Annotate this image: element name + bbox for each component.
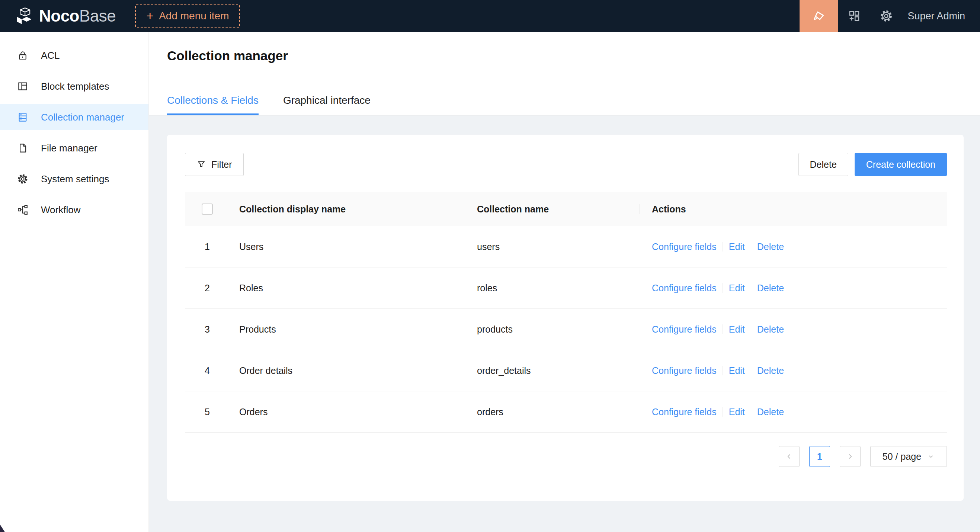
action-divider [722,407,723,417]
page-1-button[interactable]: 1 [809,446,830,467]
actions-cell: Configure fieldsEditDelete [640,241,947,252]
delete-link[interactable]: Delete [757,241,784,252]
edit-link[interactable]: Edit [729,324,745,335]
action-divider [722,242,723,251]
sidebar-item-label: File manager [41,143,97,154]
card-toolbar: Filter Delete Create collection [185,153,947,176]
edit-link[interactable]: Edit [729,241,745,252]
configure-fields-link[interactable]: Configure fields [652,324,717,335]
collection-name-cell: order_details [466,365,640,376]
column-header-actions: Actions [640,204,947,214]
plugins-button[interactable] [838,0,870,32]
page-header: Collection manager Collections & Fields … [149,32,980,116]
next-page-button[interactable] [840,446,861,467]
page-title: Collection manager [167,48,288,63]
chevron-left-icon [785,453,793,461]
collection-icon [17,111,28,123]
row-index-cell: 3 [185,324,229,335]
sidebar-item-acl[interactable]: ACL [0,43,148,68]
cube-logo-icon [14,6,34,26]
collection-name-cell: orders [466,407,640,418]
gear-icon [880,9,893,23]
display-name-cell: Order details [229,365,466,376]
add-menu-item-button[interactable]: + Add menu item [135,5,240,27]
collections-table: Collection display name Collection name … [185,192,947,433]
action-divider [751,324,751,334]
action-divider [722,366,723,375]
delete-link[interactable]: Delete [757,283,784,294]
action-divider [722,324,723,334]
row-index-cell: 5 [185,407,229,418]
actions-cell: Configure fieldsEditDelete [640,283,947,294]
appstore-add-icon [848,9,861,23]
select-all-cell [185,203,229,214]
lock-icon [17,50,28,61]
table-row: 2RolesrolesConfigure fieldsEditDelete [185,267,947,309]
tab-graphical-interface[interactable]: Graphical interface [283,94,371,115]
sidebar-item-block-templates[interactable]: Block templates [0,73,148,99]
sidebar-item-label: ACL [41,50,60,61]
gear-icon [17,173,28,184]
edit-link[interactable]: Edit [729,283,745,294]
row-index-cell: 2 [185,283,229,294]
delete-link[interactable]: Delete [757,365,784,376]
ui-editor-button[interactable] [800,0,838,32]
highlighter-icon [811,9,826,24]
display-name-cell: Orders [229,407,466,418]
select-all-checkbox[interactable] [202,203,213,214]
top-navbar: NocoBase + Add menu item [0,0,980,32]
table-row: 4Order detailsorder_detailsConfigure fie… [185,350,947,391]
funnel-icon [196,160,206,169]
plus-icon: + [146,9,154,22]
configure-fields-link[interactable]: Configure fields [652,283,717,294]
table-header-row: Collection display name Collection name … [185,192,947,226]
tab-collections-fields[interactable]: Collections & Fields [167,94,259,115]
chevron-right-icon [846,453,854,461]
add-menu-item-label: Add menu item [159,10,229,22]
configure-fields-link[interactable]: Configure fields [652,365,717,376]
action-divider [751,242,751,251]
sidebar-item-workflow[interactable]: Workflow [0,197,148,223]
collection-name-cell: products [466,324,640,335]
chevron-down-icon [927,453,935,460]
sidebar-item-file-manager[interactable]: File manager [0,135,148,161]
tabs-bar: Collections & Fields Graphical interface [167,94,371,115]
row-index-cell: 4 [185,365,229,376]
table-row: 3ProductsproductsConfigure fieldsEditDel… [185,309,947,350]
nocobase-logo: NocoBase [14,6,116,26]
column-header-name: Collection name [466,204,640,214]
action-divider [722,283,723,293]
collection-name-cell: roles [466,283,640,294]
prev-page-button[interactable] [779,446,800,467]
create-collection-button[interactable]: Create collection [854,153,947,176]
logo-wordmark: NocoBase [39,7,116,25]
delete-link[interactable]: Delete [757,324,784,335]
toolbar-right-group: Delete Create collection [799,153,947,176]
display-name-cell: Products [229,324,466,335]
pagination: 1 50 / page [185,446,947,467]
edit-link[interactable]: Edit [729,365,745,376]
table-row: 5OrdersordersConfigure fieldsEditDelete [185,391,947,433]
navbar-right-group: Super Admin [800,0,980,32]
system-settings-button[interactable] [870,0,902,32]
delete-link[interactable]: Delete [757,407,784,418]
actions-cell: Configure fieldsEditDelete [640,365,947,376]
sidebar-item-system-settings[interactable]: System settings [0,166,148,192]
configure-fields-link[interactable]: Configure fields [652,407,717,418]
display-name-cell: Users [229,241,466,252]
user-menu[interactable]: Super Admin [907,10,965,22]
layout-icon [17,81,28,92]
table-row: 1UsersusersConfigure fieldsEditDelete [185,226,947,267]
collection-name-cell: users [466,241,640,252]
sidebar-item-collection-manager[interactable]: Collection manager [0,104,148,130]
cursor-artifact [0,524,5,532]
edit-link[interactable]: Edit [729,407,745,418]
action-divider [751,407,751,417]
delete-button[interactable]: Delete [799,153,848,176]
page-size-select[interactable]: 50 / page [870,446,947,467]
configure-fields-link[interactable]: Configure fields [652,241,717,252]
actions-cell: Configure fieldsEditDelete [640,324,947,335]
filter-button[interactable]: Filter [185,153,244,176]
display-name-cell: Roles [229,283,466,294]
collections-card: Filter Delete Create collection Collecti… [167,135,964,501]
